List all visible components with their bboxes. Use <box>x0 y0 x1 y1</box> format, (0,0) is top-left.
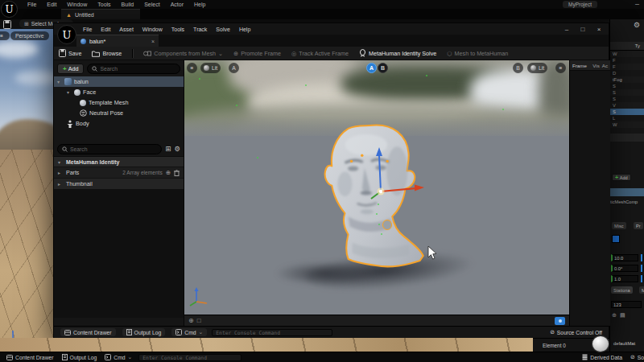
toggle-view-a[interactable]: A <box>366 63 377 73</box>
level-viewport-strip[interactable] <box>0 338 533 352</box>
asset-tab-balun[interactable]: balun* × <box>76 35 159 47</box>
view-mode-lit-left[interactable]: Lit <box>200 63 221 73</box>
outliner-row[interactable]: D <box>610 70 644 76</box>
gizmo-x-arrowhead[interactable] <box>415 185 424 191</box>
viewport-menu-icon[interactable]: ≡ <box>0 31 10 40</box>
transform-gizmo[interactable] <box>360 141 432 205</box>
outliner-row[interactable]: W <box>610 51 644 57</box>
level-tab-untitled[interactable]: ▲ Untitled <box>61 9 140 19</box>
main-menu-select[interactable]: Select <box>144 2 159 7</box>
outliner-type-header[interactable]: Ty <box>610 42 644 51</box>
source-control-button[interactable]: ⊘ Source Control Off <box>550 329 602 335</box>
mobility-movable-button[interactable]: M <box>639 286 644 294</box>
main-menu-help[interactable]: Help <box>194 2 205 7</box>
value-field-cut[interactable] <box>641 265 644 272</box>
gizmo-z-axis[interactable] <box>379 155 381 191</box>
main-menu-window[interactable]: Window <box>67 2 87 7</box>
promote-frame-button[interactable]: ⊕ Promote Frame <box>233 50 281 57</box>
outliner-row[interactable]: L <box>610 115 644 121</box>
value-field-cut[interactable] <box>641 275 644 282</box>
add-element-icon[interactable]: ⊕ <box>166 169 171 176</box>
caret-right-icon[interactable]: ▸ <box>58 181 63 187</box>
details-search[interactable] <box>57 144 162 154</box>
main-console-input[interactable] <box>138 354 242 361</box>
value-field-2[interactable]: 1.0 <box>611 275 638 282</box>
component-row-selected[interactable] <box>610 188 644 196</box>
main-menu-file[interactable]: File <box>27 2 36 7</box>
save-level-icon[interactable] <box>3 20 11 29</box>
gear-icon[interactable]: ⚙ <box>174 145 180 153</box>
add-frame-icon[interactable]: ⊕ <box>188 317 194 324</box>
fw-cmd-dropdown[interactable]: Cmd ⌄ <box>171 328 207 336</box>
details-tab-misc[interactable]: Misc <box>612 222 626 229</box>
outliner-row[interactable]: F <box>610 64 644 70</box>
content-drawer-button[interactable]: Content Drawer <box>6 354 54 360</box>
tree-item-body[interactable]: Body <box>54 118 184 129</box>
outliner-row-selected[interactable]: S <box>610 109 644 115</box>
fw-menu-window[interactable]: Window <box>142 27 163 32</box>
window-minimize-button[interactable]: – <box>560 24 573 34</box>
tab-close-icon[interactable]: × <box>151 39 155 44</box>
identity-solve-button[interactable]: MetaHuman Identity Solve <box>359 49 436 57</box>
material-sphere-thumbnail[interactable] <box>592 335 609 352</box>
outliner-row[interactable]: S <box>610 96 644 102</box>
fw-menu-file[interactable]: File <box>83 27 92 32</box>
tree-item-face[interactable]: ▾ Face <box>54 87 184 97</box>
main-menu-build[interactable]: Build <box>122 2 134 7</box>
fw-menu-asset[interactable]: Asset <box>119 27 134 32</box>
caret-right-icon[interactable]: ▸ <box>58 170 63 175</box>
copy-icon[interactable]: ▤ <box>620 312 625 319</box>
details-search-input[interactable] <box>70 146 157 152</box>
level-viewport[interactable]: ≡ Perspective <box>0 29 53 352</box>
perspective-dropdown[interactable]: Perspective <box>10 31 49 40</box>
fw-menu-edit[interactable]: Edit <box>101 27 110 32</box>
mesh-to-metahuman-button[interactable]: ⬡ Mesh to MetaHuman <box>447 50 508 57</box>
output-log-button[interactable]: Output Log <box>62 354 97 360</box>
add-button[interactable]: + Add <box>57 64 84 74</box>
fw-menu-tools[interactable]: Tools <box>171 27 184 32</box>
frame-icon[interactable]: □ <box>197 317 201 324</box>
fw-menu-track[interactable]: Track <box>193 27 207 32</box>
derived-data-button[interactable]: Derived Data <box>582 354 622 360</box>
outliner-row[interactable]: F <box>610 57 644 64</box>
components-from-mesh-button[interactable]: Components from Mesh ⌄ <box>143 50 223 57</box>
track-active-frame-button[interactable]: ◎ Track Active Frame <box>291 50 349 57</box>
camera-button[interactable] <box>555 317 565 325</box>
gear-icon[interactable]: ⚙ <box>634 21 640 29</box>
identity-title-bar[interactable]: File Edit Asset Window Tools Track Solve… <box>54 23 609 35</box>
color-swatch[interactable] <box>612 235 620 243</box>
fw-output-log-button[interactable]: Output Log <box>122 328 166 336</box>
outliner-row-fog[interactable]: tFog <box>610 76 644 83</box>
viewport-menu-icon-right[interactable]: ≡ <box>555 63 566 73</box>
frames-col-ac[interactable]: Ac <box>602 63 608 68</box>
outliner-row[interactable]: W <box>610 121 644 128</box>
thumbnail-property-row[interactable]: ▸ Thumbnail <box>54 178 184 189</box>
gizmo-x-axis[interactable] <box>381 188 416 191</box>
fw-menu-help[interactable]: Help <box>239 27 250 32</box>
camera-view-a[interactable]: A <box>229 63 239 73</box>
value-field-1[interactable]: 0.0° <box>611 265 638 272</box>
gizmo-z-arrowhead[interactable] <box>376 147 382 156</box>
main-menu-edit[interactable]: Edit <box>47 2 56 7</box>
outliner-search[interactable] <box>87 64 180 74</box>
unreal-logo[interactable]: U <box>1 1 18 18</box>
tree-item-neutral-pose[interactable]: Neutral Pose <box>54 108 184 118</box>
save-button[interactable]: Save <box>59 49 81 57</box>
view-mode-lit-right[interactable]: Lit <box>527 63 547 73</box>
fw-content-drawer-button[interactable]: Content Drawer <box>60 328 116 336</box>
outliner-row[interactable]: V <box>610 102 644 109</box>
gizmo-origin[interactable] <box>379 190 382 193</box>
fw-console-input[interactable] <box>212 329 332 336</box>
id-field[interactable]: 123 <box>611 301 642 308</box>
globe-icon[interactable]: ⊕ <box>612 312 617 319</box>
mobility-stationary-button[interactable]: Stationa <box>611 286 633 294</box>
outliner-search-input[interactable] <box>100 66 175 72</box>
main-minimize-icon[interactable]: – <box>635 0 639 8</box>
details-tab-pr[interactable]: Pr <box>634 222 643 229</box>
outliner-row[interactable]: S <box>610 89 644 96</box>
value-field-cut[interactable] <box>641 254 644 261</box>
tree-item-template-mesh[interactable]: Template Mesh <box>54 97 184 108</box>
grid-view-icon[interactable]: ⊞ <box>165 145 171 153</box>
frames-col-frame[interactable]: Frame <box>572 63 587 68</box>
viewport-menu-icon[interactable]: ≡ <box>187 63 197 73</box>
